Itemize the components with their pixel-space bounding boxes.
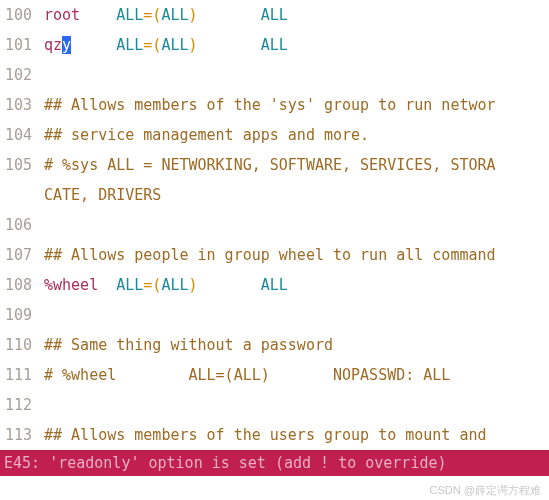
code-token: ) xyxy=(189,36,261,54)
code-editor[interactable]: 100root ALL=(ALL) ALL101qzy ALL=(ALL) AL… xyxy=(0,0,549,450)
code-token: =( xyxy=(143,6,161,24)
status-line: E45: 'readonly' option is set (add ! to … xyxy=(0,450,549,476)
code-token: y xyxy=(62,36,71,54)
code-token: root xyxy=(44,6,80,24)
line-number: 104 xyxy=(0,120,32,150)
code-token: =( xyxy=(143,36,161,54)
line-number: 110 xyxy=(0,330,32,360)
watermark: CSDN @薛定谔方程难 xyxy=(430,483,541,498)
line-number: 100 xyxy=(0,0,32,30)
code-token: ALL xyxy=(116,36,143,54)
code-token: ## service management apps and more. xyxy=(44,126,369,144)
code-line[interactable]: CATE, DRIVERS xyxy=(0,180,549,210)
code-line[interactable]: 102 xyxy=(0,60,549,90)
code-token: ALL xyxy=(261,276,288,294)
code-token: # %sys ALL = NETWORKING, SOFTWARE, SERVI… xyxy=(44,156,496,174)
code-token: ALL xyxy=(116,276,143,294)
code-token xyxy=(98,276,116,294)
code-token: ## Allows members of the users group to … xyxy=(44,426,496,444)
code-token: ALL xyxy=(161,36,188,54)
code-token: ## Same thing without a password xyxy=(44,336,333,354)
code-token: # %wheel ALL=(ALL) NOPASSWD: ALL xyxy=(44,366,450,384)
line-number: 109 xyxy=(0,300,32,330)
line-content[interactable]: CATE, DRIVERS xyxy=(32,180,161,210)
line-number: 112 xyxy=(0,390,32,420)
line-content[interactable]: ## Allows members of the users group to … xyxy=(32,420,496,450)
line-number: 102 xyxy=(0,60,32,90)
code-token: qz xyxy=(44,36,62,54)
code-token: ALL xyxy=(261,6,288,24)
code-line[interactable]: 105# %sys ALL = NETWORKING, SOFTWARE, SE… xyxy=(0,150,549,180)
code-token: ALL xyxy=(261,36,288,54)
code-line[interactable]: 101qzy ALL=(ALL) ALL xyxy=(0,30,549,60)
line-content[interactable]: ## Allows members of the 'sys' group to … xyxy=(32,90,496,120)
code-token: %wheel xyxy=(44,276,98,294)
code-token: ) xyxy=(189,6,261,24)
line-number: 108 xyxy=(0,270,32,300)
line-content[interactable]: %wheel ALL=(ALL) ALL xyxy=(32,270,288,300)
code-token: ## Allows people in group wheel to run a… xyxy=(44,246,496,264)
line-number: 106 xyxy=(0,210,32,240)
line-number: 103 xyxy=(0,90,32,120)
code-token: ## Allows members of the 'sys' group to … xyxy=(44,96,496,114)
line-content[interactable]: ## service management apps and more. xyxy=(32,120,369,150)
code-token: ALL xyxy=(161,6,188,24)
line-content[interactable]: ## Allows people in group wheel to run a… xyxy=(32,240,496,270)
code-token: ) xyxy=(189,276,261,294)
code-line[interactable]: 100root ALL=(ALL) ALL xyxy=(0,0,549,30)
code-token xyxy=(71,36,116,54)
code-token: ALL xyxy=(161,276,188,294)
line-number: 105 xyxy=(0,150,32,180)
line-number: 113 xyxy=(0,420,32,450)
code-line[interactable]: 112 xyxy=(0,390,549,420)
code-line[interactable]: 104## service management apps and more. xyxy=(0,120,549,150)
code-line[interactable]: 108%wheel ALL=(ALL) ALL xyxy=(0,270,549,300)
line-content[interactable]: ## Same thing without a password xyxy=(32,330,333,360)
code-line[interactable]: 109 xyxy=(0,300,549,330)
code-line[interactable]: 107## Allows people in group wheel to ru… xyxy=(0,240,549,270)
code-line[interactable]: 113## Allows members of the users group … xyxy=(0,420,549,450)
code-line[interactable]: 111# %wheel ALL=(ALL) NOPASSWD: ALL xyxy=(0,360,549,390)
line-number: 111 xyxy=(0,360,32,390)
line-content[interactable]: # %wheel ALL=(ALL) NOPASSWD: ALL xyxy=(32,360,450,390)
code-token: ALL xyxy=(116,6,143,24)
code-line[interactable]: 103## Allows members of the 'sys' group … xyxy=(0,90,549,120)
code-line[interactable]: 110## Same thing without a password xyxy=(0,330,549,360)
code-token xyxy=(80,6,116,24)
line-number: 107 xyxy=(0,240,32,270)
code-token: =( xyxy=(143,276,161,294)
code-token: CATE, DRIVERS xyxy=(44,186,161,204)
line-content[interactable]: root ALL=(ALL) ALL xyxy=(32,0,288,30)
line-content[interactable]: qzy ALL=(ALL) ALL xyxy=(32,30,288,60)
line-number: 101 xyxy=(0,30,32,60)
line-content[interactable]: # %sys ALL = NETWORKING, SOFTWARE, SERVI… xyxy=(32,150,496,180)
code-line[interactable]: 106 xyxy=(0,210,549,240)
